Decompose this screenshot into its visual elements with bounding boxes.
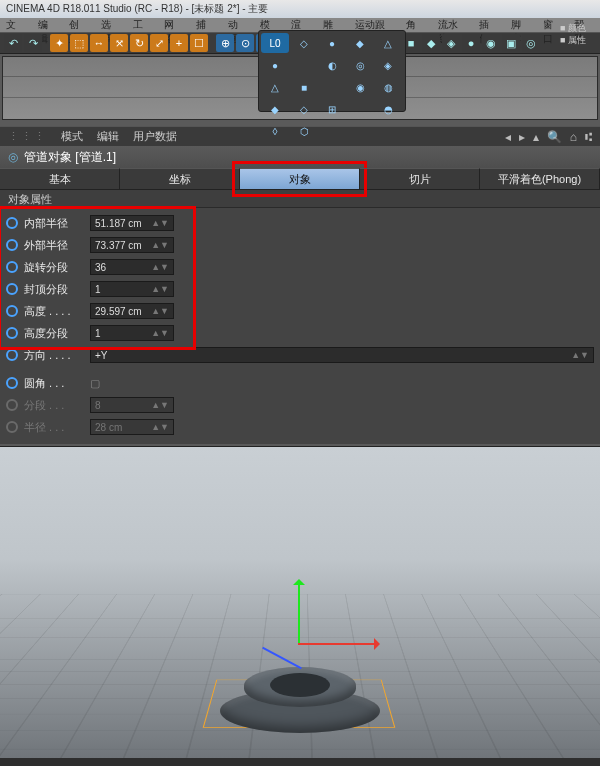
- toolbar-icon-9[interactable]: ☐: [190, 34, 208, 52]
- menu-角色[interactable]: 角色: [406, 18, 426, 32]
- menu-捕捉[interactable]: 捕捉: [196, 18, 216, 32]
- prim-icon-2-2[interactable]: ◍: [375, 77, 401, 97]
- prim-icon-0-2[interactable]: ●: [319, 33, 345, 53]
- prim-icon-2-5[interactable]: ⊞: [319, 99, 345, 119]
- toolbar-icon-23[interactable]: ◉: [482, 34, 500, 52]
- y-axis-icon[interactable]: [298, 583, 300, 643]
- toolbar-icon-1[interactable]: ↷: [24, 34, 42, 52]
- prim-icon-2-0[interactable]: [319, 77, 345, 97]
- tab-平滑着色(Phong)[interactable]: 平滑着色(Phong): [480, 168, 600, 189]
- radio-icon[interactable]: [6, 217, 18, 229]
- prim-icon-2-3[interactable]: ◆: [261, 99, 289, 119]
- prop-row-高度分段: 高度分段1▲▼: [6, 322, 594, 344]
- prim-icon-1-3[interactable]: ◈: [375, 55, 401, 75]
- nav-▴[interactable]: ▴: [533, 130, 539, 144]
- prim-icon-2-4[interactable]: ◇: [291, 99, 317, 119]
- prim-icon-0-5[interactable]: ●: [261, 55, 289, 75]
- menu-动画[interactable]: 动画: [228, 18, 248, 32]
- prim-icon-3-5[interactable]: [347, 121, 373, 141]
- toolbar-icon-2[interactable]: ✦: [50, 34, 68, 52]
- prim-icon-1-1[interactable]: ◐: [319, 55, 345, 75]
- prim-icon-1-5[interactable]: ■: [291, 77, 317, 97]
- nav-🔍[interactable]: 🔍: [547, 130, 562, 144]
- toolbar-icon-3[interactable]: ⬚: [70, 34, 88, 52]
- prim-icon-2-1[interactable]: ◉: [347, 77, 373, 97]
- prim-icon-3-4[interactable]: [319, 121, 345, 141]
- prim-icon-0-3[interactable]: ◆: [347, 33, 373, 53]
- mode-menu[interactable]: 模式: [61, 129, 83, 144]
- userdata-menu[interactable]: 用户数据: [133, 129, 177, 144]
- spinner-高度分段[interactable]: 1▲▼: [90, 325, 174, 341]
- prim-icon-3-3[interactable]: ⬡: [291, 121, 317, 141]
- nav-◂[interactable]: ◂: [505, 130, 511, 144]
- z-axis-icon[interactable]: [262, 647, 302, 669]
- toolbar-icon-5[interactable]: ⤧: [110, 34, 128, 52]
- attribute-tabs[interactable]: 基本坐标对象切片平滑着色(Phong): [0, 168, 600, 190]
- attr-nav-icons[interactable]: ◂▸▴🔍⌂⑆: [497, 130, 592, 144]
- prim-icon-1-2[interactable]: ◎: [347, 55, 373, 75]
- menu-编辑[interactable]: 编辑: [38, 18, 58, 32]
- radio-icon[interactable]: [6, 305, 18, 317]
- toolbar-icon-21[interactable]: ◈: [442, 34, 460, 52]
- prim-icon-0-1[interactable]: ◇: [291, 33, 317, 53]
- radio-icon[interactable]: [6, 377, 18, 389]
- main-viewport[interactable]: [0, 446, 600, 766]
- menu-创建[interactable]: 创建: [69, 18, 89, 32]
- spinner-高度 . . . .[interactable]: 29.597 cm▲▼: [90, 303, 174, 319]
- spinner-外部半径[interactable]: 73.377 cm▲▼: [90, 237, 174, 253]
- toolbar-icon-20[interactable]: ◆: [422, 34, 440, 52]
- x-axis-icon[interactable]: [298, 643, 376, 645]
- spinner-方向 . . . .[interactable]: +Y▲▼: [90, 347, 594, 363]
- radio-icon[interactable]: [6, 421, 18, 433]
- tab-坐标[interactable]: 坐标: [120, 168, 240, 189]
- checkbox-圆角 . . .[interactable]: ▢: [90, 377, 100, 390]
- toolbar-icon-22[interactable]: ●: [462, 34, 480, 52]
- toolbar-icon-25[interactable]: ◎: [522, 34, 540, 52]
- toolbar-icon-7[interactable]: ⤢: [150, 34, 168, 52]
- radio-icon[interactable]: [6, 399, 18, 411]
- toolbar-icon-11[interactable]: ⊙: [236, 34, 254, 52]
- radio-icon[interactable]: [6, 327, 18, 339]
- spinner-内部半径[interactable]: 51.187 cm▲▼: [90, 215, 174, 231]
- toolbar-icon-0[interactable]: ↶: [4, 34, 22, 52]
- toolbar-icon-6[interactable]: ↻: [130, 34, 148, 52]
- prop-label: 圆角 . . .: [24, 376, 84, 391]
- spinner-分段 . . .: 8▲▼: [90, 397, 174, 413]
- prim-icon-3-1[interactable]: ◓: [375, 99, 401, 119]
- menu-流水线[interactable]: 流水线: [438, 18, 468, 32]
- prop-row-封顶分段: 封顶分段1▲▼: [6, 278, 594, 300]
- menu-工具[interactable]: 工具: [133, 18, 153, 32]
- prim-icon-0-0[interactable]: L0: [261, 33, 289, 53]
- spinner-封顶分段[interactable]: 1▲▼: [90, 281, 174, 297]
- menu-脚本[interactable]: 脚本: [511, 18, 531, 32]
- menu-文件[interactable]: 文件: [6, 18, 26, 32]
- edit-menu[interactable]: 编辑: [97, 129, 119, 144]
- radio-icon[interactable]: [6, 349, 18, 361]
- radio-icon[interactable]: [6, 283, 18, 295]
- radio-icon[interactable]: [6, 239, 18, 251]
- spinner-旋转分段[interactable]: 36▲▼: [90, 259, 174, 275]
- prop-row-方向 . . . .: 方向 . . . .+Y▲▼: [6, 344, 594, 366]
- radio-icon[interactable]: [6, 261, 18, 273]
- prop-label: 分段 . . .: [24, 398, 84, 413]
- nav-⑆[interactable]: ⑆: [585, 130, 592, 144]
- toolbar-icon-24[interactable]: ▣: [502, 34, 520, 52]
- prim-icon-1-4[interactable]: △: [261, 77, 289, 97]
- tube-object[interactable]: [210, 597, 390, 747]
- nav-⌂[interactable]: ⌂: [570, 130, 577, 144]
- tab-基本[interactable]: 基本: [0, 168, 120, 189]
- nav-▸[interactable]: ▸: [519, 130, 525, 144]
- prim-icon-0-4[interactable]: △: [375, 33, 401, 53]
- toolbar-icon-4[interactable]: ↔: [90, 34, 108, 52]
- toolbar-icon-8[interactable]: +: [170, 34, 188, 52]
- tab-对象[interactable]: 对象: [240, 168, 360, 189]
- primitives-popup[interactable]: L0◇●◆△●◐◎◈△■◉◍◆◇⊞◓◊⬡: [258, 30, 406, 112]
- menu-网格[interactable]: 网格: [164, 18, 184, 32]
- toolbar-icon-10[interactable]: ⊕: [216, 34, 234, 52]
- prim-icon-3-0[interactable]: [347, 99, 373, 119]
- prim-icon-1-0[interactable]: [291, 55, 317, 75]
- menu-选择[interactable]: 选择: [101, 18, 121, 32]
- prim-icon-3-2[interactable]: ◊: [261, 121, 289, 141]
- menu-插件[interactable]: 插件: [479, 18, 499, 32]
- tab-切片[interactable]: 切片: [360, 168, 480, 189]
